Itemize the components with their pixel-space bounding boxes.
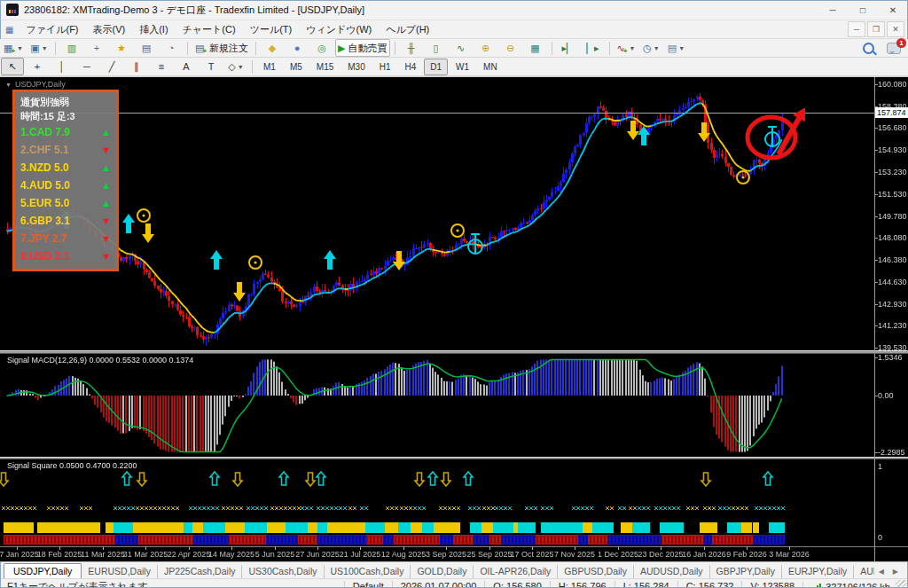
trendline-button[interactable]: ╱ (100, 58, 123, 75)
chart-tab[interactable]: USDJPY,Daily (4, 563, 82, 578)
text-label-button[interactable]: T (200, 58, 223, 75)
bar-chart-button[interactable]: ╫ (400, 39, 423, 57)
timeframe-W1[interactable]: W1 (450, 59, 475, 75)
chart-tab[interactable]: US30Cash,Daily (242, 565, 324, 578)
toolbar-button-label: 自動売買 (348, 42, 387, 55)
timeframe-M15[interactable]: M15 (310, 59, 340, 75)
play-icon: ▶ (338, 43, 345, 53)
market-watch-icon: ▥ (67, 43, 76, 53)
dropdown-arrow-icon: ▼ (654, 45, 660, 51)
timeframe-M30[interactable]: M30 (341, 59, 371, 75)
hosting-button[interactable]: ◎ (310, 39, 333, 57)
timeframe-D1[interactable]: D1 (424, 59, 448, 75)
menu-item[interactable]: ファイル(F) (19, 21, 85, 38)
community-button[interactable]: ● (286, 39, 309, 57)
timeframe-H4[interactable]: H4 (399, 59, 423, 75)
menu-item[interactable]: チャート(C) (176, 21, 243, 38)
vertical-line-icon: │ (59, 62, 66, 72)
triangle-down-icon: ▼ (101, 230, 111, 247)
zoom-in-button[interactable]: ⊕ (474, 39, 497, 57)
line-chart-button[interactable]: ∿ (450, 39, 473, 57)
text-button[interactable]: A (175, 58, 198, 75)
chart-tab[interactable]: AUDJPY,Daily (854, 565, 873, 578)
vertical-line-button[interactable]: │ (51, 58, 74, 75)
search-icon[interactable] (863, 43, 874, 54)
cursor-tool-button[interactable]: ↖ (1, 58, 24, 75)
chart-tab[interactable]: EURUSD,Daily (82, 565, 158, 578)
auto-trading-button[interactable]: ▶自動売買 (335, 39, 389, 57)
connection-status: 327106/126 kb (802, 582, 894, 588)
strength-row-text: 2.CHF 5.1 (20, 141, 69, 159)
chart-tab[interactable]: GBPJPY,Daily (710, 565, 782, 578)
auto-scroll-button[interactable]: ▸▏ (557, 39, 580, 57)
chart-tab[interactable]: US100Cash,Daily (325, 565, 411, 578)
new-order-button[interactable]: ▤+新規注文 (192, 39, 251, 57)
close-button[interactable]: ✕ (878, 0, 908, 20)
toolbar-separator (609, 42, 610, 55)
chart-tab[interactable]: AUDUSD,Daily (634, 565, 710, 578)
terminal-button[interactable]: ▤ (135, 39, 158, 57)
price-axis-label: 156.680 (878, 123, 907, 132)
channel-button[interactable]: ∥ (125, 58, 148, 75)
strength-row-text: 3.NZD 5.0 (20, 159, 69, 176)
chart-tab[interactable]: EURJPY,Daily (782, 565, 854, 578)
menu-item[interactable]: ツール(T) (243, 21, 300, 38)
tab-scroll-left-icon[interactable]: ◀ (874, 565, 888, 578)
chart-tab[interactable]: GBPUSD,Daily (558, 565, 634, 578)
template-icon: ▤ (668, 43, 677, 53)
timeframe-M5[interactable]: M5 (284, 59, 309, 75)
timeframe-M1[interactable]: M1 (257, 59, 282, 75)
menu-item[interactable]: ウィンドウ(W) (299, 21, 379, 38)
menu-item[interactable]: 挿入(I) (132, 21, 175, 38)
drawing-toolbar: ↖+│─╱∥≡AT◇▼ M1M5M15M30H1H4D1W1MN (0, 58, 908, 76)
chart-tab[interactable]: OIL-APR26,Daily (474, 565, 558, 578)
chart-canvas[interactable] (0, 77, 908, 561)
timeframe-MN[interactable]: MN (477, 59, 504, 75)
candlestick-button[interactable]: ▯ (425, 39, 448, 57)
fibonacci-button[interactable]: ≡ (150, 58, 173, 75)
horizontal-line-button[interactable]: ─ (75, 58, 98, 75)
date-label: 11 Mar 2025 (81, 550, 125, 559)
metaeditor-button[interactable]: ◆ (261, 39, 284, 57)
menu-item[interactable]: 表示(V) (86, 21, 133, 38)
market-watch-button[interactable]: ▥ (60, 39, 83, 57)
chart-shift-button[interactable]: ▏▸ (582, 39, 605, 57)
toolbar-button-label: 新規注文 (209, 42, 248, 55)
chart-tab[interactable]: GOLD,Daily (411, 565, 474, 578)
child-minimize-button[interactable]: ─ (848, 21, 865, 37)
date-label: 27 Jun 2025 (295, 550, 340, 559)
auto-scroll-icon: ▸▏ (562, 43, 575, 53)
periods-button[interactable]: ◷▼ (639, 39, 662, 57)
templates-button[interactable]: ▤▼ (664, 39, 687, 57)
tile-windows-button[interactable]: ▦ (524, 39, 547, 57)
toolbar-separator (55, 42, 56, 55)
zoom-out-button[interactable]: ⊖ (499, 39, 522, 57)
child-restore-button[interactable]: ❐ (867, 21, 885, 37)
navigator-button[interactable]: ★ (110, 39, 133, 57)
timeframe-H1[interactable]: H1 (373, 59, 397, 75)
child-close-button[interactable]: ✕ (887, 21, 904, 37)
dropdown-arrow-icon: ▼ (17, 45, 23, 51)
chart-tab[interactable]: JP225Cash,Daily (158, 565, 243, 578)
menu-item[interactable]: ヘルプ(H) (379, 21, 436, 38)
strength-row: 6.GBP 3.1▼ (20, 212, 111, 230)
tab-scroll-right-icon[interactable]: ▶ (888, 565, 903, 578)
resize-grip[interactable] (896, 580, 908, 588)
currency-strength-panel[interactable]: 通貨別強弱 時間:15 足:3 1.CAD 7.9▲2.CHF 5.1▼3.NZ… (12, 90, 119, 271)
price-axis-label: 151.530 (878, 190, 907, 199)
minimize-button[interactable]: ─ (818, 0, 848, 20)
chat-icon[interactable]: 1 (887, 43, 901, 54)
menu-items: ファイル(F)表示(V)挿入(I)チャート(C)ツール(T)ウィンドウ(W)ヘル… (19, 21, 436, 38)
chart-tab-bar: USDJPY,DailyEURUSD,DailyJP225Cash,DailyU… (0, 561, 908, 578)
data-window-button[interactable]: + (85, 39, 108, 57)
macd-axis-label: 1.5346 (878, 353, 903, 362)
main-toolbar: ▦+▼▣▼▥+★▤◔▤+新規注文◆●◎▶自動売買╫▯∿⊕⊖▦▸▏▏▸∿+▼◷▼▤… (0, 39, 908, 58)
chart-window-icon: ▦ (0, 25, 19, 35)
new-chart-button[interactable]: ▦+▼ (1, 39, 26, 57)
arrows-tool-button[interactable]: ◇▼ (224, 58, 247, 75)
strategy-tester-button[interactable]: ◔ (160, 39, 183, 57)
maximize-button[interactable]: □ (848, 0, 878, 20)
crosshair-tool-button[interactable]: + (26, 58, 49, 75)
profiles-button[interactable]: ▣▼ (27, 39, 51, 57)
indicators-button[interactable]: ∿+▼ (614, 39, 638, 57)
